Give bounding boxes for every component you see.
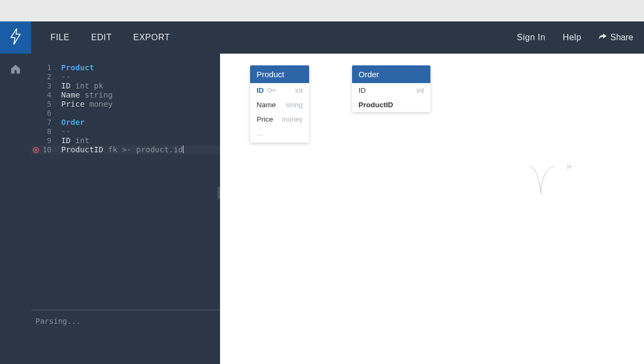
- share-icon: [598, 33, 607, 42]
- line-content: ID int: [52, 136, 89, 145]
- code-line[interactable]: 5Price money: [31, 100, 220, 109]
- line-content: ProductID fk >- product.id: [52, 145, 184, 154]
- column-name: Price: [257, 115, 273, 123]
- line-number: 9: [41, 136, 52, 145]
- line-content: Price money: [52, 100, 113, 109]
- menu-edit[interactable]: EDIT: [91, 33, 112, 42]
- text-cursor: [183, 145, 184, 153]
- line-number: 6: [41, 109, 52, 118]
- code-line[interactable]: 7Order: [31, 118, 220, 127]
- column-type: money: [282, 115, 303, 123]
- line-content: Order: [52, 118, 85, 127]
- diagram-canvas[interactable]: ProductIDintNamestringPricemoney…OrderID…: [220, 54, 644, 364]
- share-button[interactable]: Share: [598, 33, 633, 42]
- status-text: Parsing...: [35, 317, 80, 325]
- line-content: ID int pk: [52, 81, 104, 91]
- code-line[interactable]: 9ID int: [31, 136, 220, 145]
- entity-product[interactable]: ProductIDintNamestringPricemoney…: [250, 65, 309, 143]
- column-row[interactable]: Pricemoney: [250, 112, 309, 127]
- app-menubar: FILE EDIT EXPORT Sign In Help Share: [0, 21, 644, 54]
- column-name: ID: [358, 86, 366, 94]
- code-line[interactable]: 8--: [31, 127, 220, 136]
- column-row[interactable]: IDint: [250, 83, 309, 98]
- bolt-icon: [9, 28, 23, 47]
- line-content: Product: [52, 63, 94, 72]
- menu-file[interactable]: FILE: [50, 33, 70, 42]
- column-name: ProductID: [358, 101, 393, 109]
- column-name: Name: [257, 101, 276, 109]
- entity-order[interactable]: OrderIDintProductID: [352, 65, 430, 112]
- column-row[interactable]: IDint: [352, 83, 430, 98]
- column-type: int: [295, 86, 303, 94]
- home-icon[interactable]: [10, 63, 21, 364]
- code-line[interactable]: 6: [31, 109, 220, 118]
- code-line[interactable]: 2--: [31, 72, 220, 81]
- line-number: 8: [41, 127, 52, 136]
- help-button[interactable]: Help: [562, 33, 581, 42]
- column-row[interactable]: Namestring: [250, 98, 309, 112]
- column-type: int: [416, 86, 424, 94]
- line-number: 1: [41, 63, 52, 72]
- code-line[interactable]: 3ID int pk: [31, 81, 220, 91]
- line-content: --: [52, 127, 70, 136]
- line-content: --: [52, 72, 70, 81]
- line-number: 5: [41, 100, 52, 109]
- svg-point-1: [267, 88, 270, 92]
- more-columns-indicator: …: [250, 127, 309, 143]
- line-number: 10: [41, 145, 52, 154]
- line-content: Name string: [52, 91, 113, 100]
- share-label: Share: [610, 33, 633, 42]
- column-name: ID: [257, 86, 264, 94]
- left-rail: [0, 54, 31, 364]
- line-number: 2: [41, 72, 52, 81]
- line-number: 3: [41, 81, 52, 91]
- status-panel: Parsing...: [31, 310, 220, 364]
- entity-title: Order: [352, 65, 430, 83]
- relationship-line: [529, 150, 573, 198]
- menu-export[interactable]: EXPORT: [133, 33, 170, 42]
- signin-button[interactable]: Sign In: [517, 33, 545, 42]
- column-type: string: [286, 101, 303, 109]
- error-icon: [31, 145, 41, 154]
- column-row[interactable]: ProductID: [352, 98, 430, 112]
- line-number: 4: [41, 91, 52, 100]
- line-content: [52, 109, 61, 118]
- browser-chrome-top: [0, 0, 644, 21]
- code-editor-panel: 1Product2--3ID int pk4Name string5Price …: [31, 54, 220, 364]
- entity-title: Product: [250, 65, 309, 83]
- key-icon: [267, 86, 276, 94]
- line-number: 7: [41, 118, 52, 127]
- code-line[interactable]: 10ProductID fk >- product.id: [31, 145, 220, 154]
- app-logo[interactable]: [0, 21, 31, 54]
- code-line[interactable]: 4Name string: [31, 91, 220, 100]
- code-editor[interactable]: 1Product2--3ID int pk4Name string5Price …: [31, 54, 220, 310]
- code-line[interactable]: 1Product: [31, 63, 220, 72]
